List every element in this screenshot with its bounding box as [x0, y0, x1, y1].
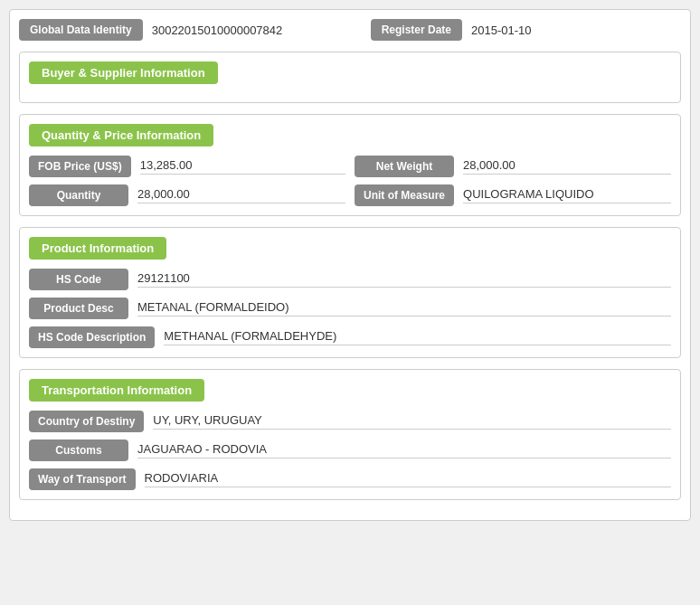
- product-title: Product Information: [29, 237, 166, 260]
- quantity-col: Quantity 28,000.00: [29, 184, 345, 206]
- buyer-supplier-title: Buyer & Supplier Information: [29, 61, 218, 84]
- country-of-destiny-label: Country of Destiny: [29, 411, 144, 432]
- net-weight-value: 28,000.00: [463, 158, 671, 175]
- main-container: Global Data Identity 3002201501000000784…: [9, 9, 691, 521]
- quantity-uom-row: Quantity 28,000.00 Unit of Measure QUILO…: [29, 184, 671, 206]
- hs-code-desc-row: HS Code Description METHANAL (FORMALDEHY…: [29, 326, 671, 348]
- global-data-identity-label: Global Data Identity: [19, 19, 143, 41]
- customs-row: Customs JAGUARAO - RODOVIA: [29, 440, 671, 461]
- customs-label: Customs: [29, 440, 128, 461]
- quantity-value: 28,000.00: [137, 187, 345, 203]
- unit-of-measure-value: QUILOGRAMA LIQUIDO: [463, 187, 671, 203]
- quantity-price-section: Quantity & Price Information FOB Price (…: [19, 114, 681, 216]
- hs-code-label: HS Code: [29, 269, 128, 290]
- transportation-title: Transportation Information: [29, 379, 204, 402]
- quantity-price-title: Quantity & Price Information: [29, 124, 213, 147]
- hs-code-desc-value: METHANAL (FORMALDEHYDE): [164, 329, 671, 345]
- quantity-label: Quantity: [29, 184, 128, 206]
- transportation-section: Transportation Information Country of De…: [19, 369, 681, 500]
- way-of-transport-label: Way of Transport: [29, 468, 136, 490]
- country-of-destiny-value: UY, URY, URUGUAY: [153, 413, 671, 430]
- buyer-supplier-section: Buyer & Supplier Information: [19, 52, 681, 103]
- fob-price-col: FOB Price (US$) 13,285.00: [29, 156, 345, 177]
- register-date-label: Register Date: [371, 19, 462, 41]
- product-desc-value: METANAL (FORMALDEIDO): [137, 300, 671, 317]
- way-of-transport-value: RODOVIARIA: [145, 471, 671, 487]
- header-row: Global Data Identity 3002201501000000784…: [19, 19, 681, 41]
- net-weight-col: Net Weight 28,000.00: [355, 156, 671, 177]
- hs-code-desc-label: HS Code Description: [29, 326, 155, 348]
- country-of-destiny-row: Country of Destiny UY, URY, URUGUAY: [29, 411, 671, 432]
- fob-price-value: 13,285.00: [140, 158, 345, 175]
- net-weight-label: Net Weight: [355, 156, 454, 177]
- product-desc-row: Product Desc METANAL (FORMALDEIDO): [29, 298, 671, 319]
- hs-code-row: HS Code 29121100: [29, 269, 671, 290]
- product-desc-label: Product Desc: [29, 298, 128, 319]
- product-section: Product Information HS Code 29121100 Pro…: [19, 227, 681, 358]
- way-of-transport-row: Way of Transport RODOVIARIA: [29, 468, 671, 490]
- global-data-identity-value: 30022015010000007842: [152, 24, 362, 37]
- fob-price-label: FOB Price (US$): [29, 156, 131, 177]
- unit-of-measure-col: Unit of Measure QUILOGRAMA LIQUIDO: [355, 184, 671, 206]
- hs-code-value: 29121100: [137, 271, 671, 288]
- unit-of-measure-label: Unit of Measure: [355, 184, 454, 206]
- customs-value: JAGUARAO - RODOVIA: [137, 442, 671, 458]
- fob-net-weight-row: FOB Price (US$) 13,285.00 Net Weight 28,…: [29, 156, 671, 177]
- register-date-value: 2015-01-10: [471, 24, 681, 37]
